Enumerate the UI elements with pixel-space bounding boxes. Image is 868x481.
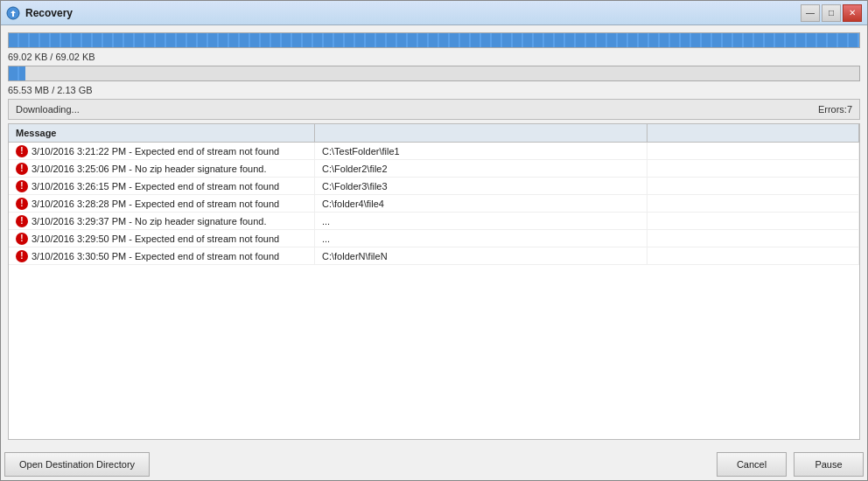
table-row: !3/10/2016 3:30:50 PM - Expected end of … [9, 247, 859, 265]
progress-bar-1-fill [9, 33, 859, 47]
log-table-header: Message [9, 124, 859, 143]
table-row: !3/10/2016 3:29:37 PM - No zip header si… [9, 213, 859, 230]
log-cell-path: C:\folderN\fileN [315, 247, 648, 264]
table-row: !3/10/2016 3:21:22 PM - Expected end of … [9, 143, 859, 160]
title-bar: Recovery — □ ✕ [1, 1, 867, 25]
table-row: !3/10/2016 3:26:15 PM - Expected end of … [9, 178, 859, 195]
footer-left: Open Destination Directory [4, 452, 150, 477]
main-content: 69.02 KB / 69.02 KB 65.53 MB / 2.13 GB D… [1, 25, 867, 447]
log-cell-extra [648, 143, 859, 159]
log-cell-path: ... [315, 230, 648, 247]
log-cell-message: !3/10/2016 3:28:28 PM - Expected end of … [9, 195, 315, 212]
log-cell-path: C:\Folder3\file3 [315, 178, 648, 194]
error-icon: ! [16, 180, 28, 192]
log-cell-message: !3/10/2016 3:21:22 PM - Expected end of … [9, 143, 315, 159]
pause-button[interactable]: Pause [794, 452, 864, 477]
window-title: Recovery [25, 7, 801, 19]
error-icon: ! [16, 233, 28, 245]
status-bar: Downloading... Errors:7 [8, 99, 860, 120]
window-icon [6, 6, 20, 20]
error-icon: ! [16, 215, 28, 227]
recovery-window: Recovery — □ ✕ 69.02 KB / 69.02 KB 65.53… [0, 0, 868, 481]
log-cell-extra [648, 230, 859, 247]
log-table: Message !3/10/2016 3:21:22 PM - Expected… [8, 123, 860, 440]
log-cell-message: !3/10/2016 3:26:15 PM - Expected end of … [9, 178, 315, 194]
progress-bar-1 [8, 32, 860, 48]
col-header-path [315, 124, 648, 142]
table-row: !3/10/2016 3:28:28 PM - Expected end of … [9, 195, 859, 213]
log-cell-path: C:\TestFolder\file1 [315, 143, 648, 159]
close-button[interactable]: ✕ [843, 4, 862, 22]
progress-bar-2-fill [9, 66, 25, 80]
log-cell-message: !3/10/2016 3:25:06 PM - No zip header si… [9, 160, 315, 177]
maximize-button[interactable]: □ [822, 4, 841, 22]
table-row: !3/10/2016 3:25:06 PM - No zip header si… [9, 160, 859, 178]
log-cell-extra [648, 195, 859, 212]
log-cell-extra [648, 247, 859, 264]
col-header-extra [648, 124, 859, 142]
log-cell-path: C:\folder4\file4 [315, 195, 648, 212]
open-destination-button[interactable]: Open Destination Directory [4, 452, 150, 477]
log-cell-extra [648, 160, 859, 177]
window-controls: — □ ✕ [801, 4, 862, 22]
error-icon: ! [16, 250, 28, 262]
error-icon: ! [16, 145, 28, 157]
errors-count: Errors:7 [818, 104, 852, 115]
log-cell-message: !3/10/2016 3:29:37 PM - No zip header si… [9, 213, 315, 229]
log-cell-extra [648, 213, 859, 229]
progress-section: 69.02 KB / 69.02 KB 65.53 MB / 2.13 GB [8, 32, 860, 95]
minimize-button[interactable]: — [801, 4, 820, 22]
footer-right: Cancel Pause [717, 452, 864, 477]
error-icon: ! [16, 163, 28, 175]
log-table-body[interactable]: !3/10/2016 3:21:22 PM - Expected end of … [9, 143, 859, 439]
log-cell-path: C:\Folder2\file2 [315, 160, 648, 177]
col-header-message: Message [9, 124, 315, 142]
downloading-status: Downloading... [16, 104, 80, 115]
error-icon: ! [16, 198, 28, 210]
log-cell-message: !3/10/2016 3:29:50 PM - Expected end of … [9, 230, 315, 247]
progress-bar-2 [8, 66, 860, 81]
log-cell-path: ... [315, 213, 648, 229]
log-cell-extra [648, 178, 859, 194]
footer: Open Destination Directory Cancel Pause [1, 447, 867, 480]
progress-label-1: 69.02 KB / 69.02 KB [8, 52, 860, 62]
progress-label-2: 65.53 MB / 2.13 GB [8, 85, 860, 95]
log-cell-message: !3/10/2016 3:30:50 PM - Expected end of … [9, 247, 315, 264]
cancel-button[interactable]: Cancel [717, 452, 787, 477]
table-row: !3/10/2016 3:29:50 PM - Expected end of … [9, 230, 859, 247]
